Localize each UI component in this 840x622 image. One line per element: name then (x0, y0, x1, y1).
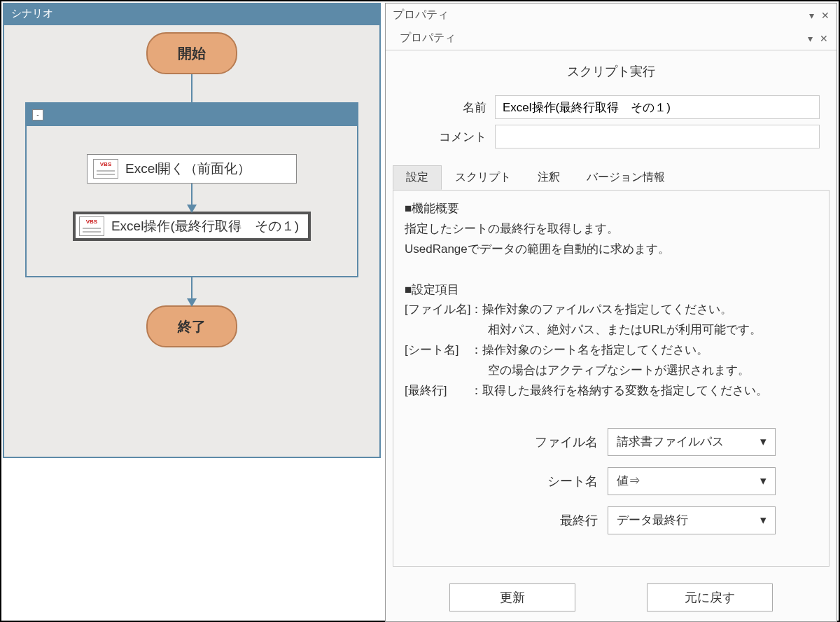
properties-inner-header: プロパティ ▾ ✕ (386, 27, 836, 50)
chevron-down-icon: ▾ (760, 513, 766, 527)
scenario-panel: シナリオ 開始 - VBS Excel開く（前面化） (3, 3, 381, 458)
param-lastrow-row: 最終行 データ最終行 ▾ (405, 501, 818, 540)
close-icon[interactable]: ✕ (820, 33, 828, 44)
param-sheet-select[interactable]: 値⇒ ▾ (608, 467, 776, 495)
connector (191, 184, 192, 212)
param-file-select[interactable]: 請求書ファイルパス ▾ (608, 428, 776, 456)
description-text: ■機能概要 指定したシートの最終行を取得します。 UsedRangeでデータの範… (405, 199, 818, 401)
properties-panel: プロパティ ▾ ✕ プロパティ ▾ ✕ スクリプト実行 名前 コメント 設定 ス… (385, 3, 837, 622)
group-body: VBS Excel開く（前面化） VBS Excel操作(最終行取得 その１) (27, 126, 357, 276)
collapse-icon[interactable]: - (32, 109, 43, 120)
connector (191, 74, 192, 102)
group-box[interactable]: - VBS Excel開く（前面化） VBS (25, 102, 358, 277)
param-lastrow-select[interactable]: データ最終行 ▾ (608, 506, 776, 534)
connector (191, 277, 192, 305)
tab-script[interactable]: スクリプト (442, 165, 524, 190)
section-title: スクリプト実行 (386, 50, 836, 92)
start-node[interactable]: 開始 (146, 32, 237, 74)
properties-outer-title: プロパティ (393, 8, 449, 22)
group-header: - (27, 104, 357, 126)
arrow-down-icon (187, 205, 197, 213)
properties-inner-title: プロパティ (400, 31, 456, 46)
action-excel-open[interactable]: VBS Excel開く（前面化） (87, 154, 297, 184)
end-node[interactable]: 終了 (146, 305, 237, 347)
vbs-icon: VBS (79, 216, 104, 236)
name-label: 名前 (402, 99, 486, 116)
tab-version[interactable]: バージョン情報 (573, 165, 678, 190)
param-sheet-label: シート名 (528, 473, 598, 490)
name-input[interactable] (495, 95, 820, 119)
dropdown-icon[interactable]: ▾ (809, 10, 814, 21)
scenario-title: シナリオ (4, 4, 379, 25)
chevron-down-icon: ▾ (760, 434, 766, 449)
update-button[interactable]: 更新 (449, 583, 575, 611)
revert-button[interactable]: 元に戻す (647, 583, 773, 611)
comment-row: コメント (386, 122, 836, 151)
param-lastrow-label: 最終行 (528, 512, 598, 529)
param-lastrow-value: データ最終行 (617, 512, 688, 528)
param-file-row: ファイル名 請求書ファイルパス ▾ (405, 422, 818, 462)
chevron-down-icon: ▾ (760, 474, 766, 488)
param-sheet-row: シート名 値⇒ ▾ (405, 462, 818, 501)
action-label: Excel操作(最終行取得 その１) (111, 217, 299, 235)
action-excel-lastrow[interactable]: VBS Excel操作(最終行取得 その１) (73, 212, 311, 241)
action-label: Excel開く（前面化） (125, 160, 251, 178)
end-label: 終了 (178, 317, 206, 336)
arrow-down-icon (187, 298, 197, 307)
param-file-value: 請求書ファイルパス (617, 434, 724, 450)
close-icon[interactable]: ✕ (821, 10, 830, 21)
tabs: 設定 スクリプト 注釈 バージョン情報 (386, 151, 836, 190)
comment-input[interactable] (495, 125, 820, 148)
tab-settings[interactable]: 設定 (393, 165, 442, 190)
properties-outer-header: プロパティ ▾ ✕ (386, 4, 836, 27)
name-row: 名前 (386, 92, 836, 122)
comment-label: コメント (402, 129, 486, 145)
button-row: 更新 元に戻す (386, 574, 836, 621)
vbs-icon: VBS (93, 159, 118, 179)
tab-annotation[interactable]: 注釈 (524, 165, 573, 190)
param-sheet-value: 値⇒ (617, 473, 640, 489)
content-box: ■機能概要 指定したシートの最終行を取得します。 UsedRangeでデータの範… (393, 190, 830, 567)
flowchart: 開始 - VBS Excel開く（前面化） (4, 25, 379, 457)
dropdown-icon[interactable]: ▾ (808, 33, 813, 44)
start-label: 開始 (178, 44, 206, 63)
param-file-label: ファイル名 (528, 434, 598, 450)
